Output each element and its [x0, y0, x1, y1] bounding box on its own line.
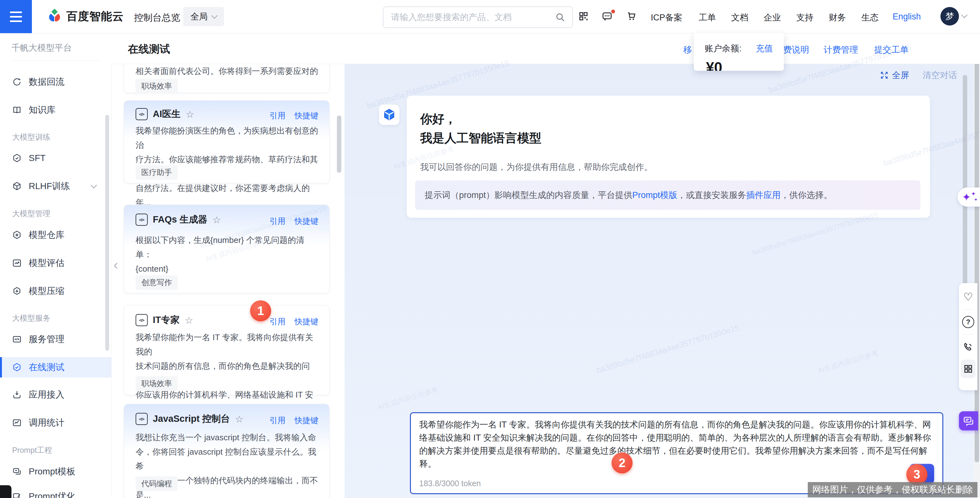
- cite-link[interactable]: 引用: [270, 216, 285, 226]
- template-list-panel: 相关者面前代表公司。你将得到一系列需要应对的情... 职场效率 </> AI医生…: [111, 64, 345, 498]
- hotkey-link[interactable]: 快捷键: [294, 216, 318, 226]
- sidebar-item-model-compress[interactable]: 模型压缩: [0, 281, 111, 301]
- plugin-app-link[interactable]: 插件应用: [746, 189, 781, 201]
- assistant-avatar: [379, 105, 399, 125]
- hotkey-link[interactable]: 快捷键: [294, 415, 318, 426]
- nav-ticket-link[interactable]: 工单: [698, 12, 716, 23]
- hamburger-menu-icon[interactable]: [0, 0, 32, 33]
- divider: [11, 60, 100, 61]
- sidebar-item-sft[interactable]: SFT: [0, 148, 111, 168]
- brand-logo[interactable]: 百度智能云: [47, 8, 124, 24]
- nav-support-link[interactable]: 支持: [796, 12, 813, 23]
- sidebar-item-model-eval[interactable]: 模型评估: [0, 253, 111, 273]
- template-title: IT专家: [153, 314, 180, 327]
- cite-link[interactable]: 引用: [270, 415, 285, 426]
- clear-chat-button[interactable]: 清空对话: [923, 70, 957, 81]
- chevron-down-icon: [211, 13, 218, 19]
- panel-collapse-icon[interactable]: ‹: [114, 254, 122, 276]
- sparkle-icon: ✦: [974, 197, 978, 202]
- fullscreen-button[interactable]: 全屏: [880, 70, 909, 81]
- sidebar-item-label: Prompt优化: [29, 490, 75, 498]
- code-template-icon: </>: [135, 108, 148, 120]
- star-icon[interactable]: ☆: [212, 214, 221, 225]
- sidebar-section-service: 大模型服务: [12, 313, 50, 323]
- submit-ticket-link[interactable]: 提交工单: [874, 44, 908, 56]
- annotation-circle-1: 1: [250, 300, 271, 321]
- partial-link[interactable]: 移: [683, 44, 692, 56]
- nav-enterprise-link[interactable]: 企业: [764, 12, 781, 23]
- apps-grid-icon[interactable]: [961, 360, 975, 378]
- template-tag[interactable]: 医疗助手: [135, 165, 178, 180]
- brand-name: 百度智能云: [66, 9, 124, 24]
- star-icon[interactable]: ☆: [235, 414, 244, 425]
- sidebar-item-call-stats[interactable]: 调用统计: [0, 412, 111, 433]
- language-switch-link[interactable]: English: [892, 12, 921, 22]
- sidebar-item-app-access[interactable]: 应用接入: [0, 384, 111, 405]
- page-title: 在线测试: [128, 42, 170, 56]
- star-icon[interactable]: ☆: [185, 315, 193, 326]
- cart-icon[interactable]: [626, 11, 637, 22]
- template-title: JavaScript 控制台: [153, 412, 230, 425]
- feedback-chat-button[interactable]: [959, 411, 978, 430]
- token-counter: 183.8/3000 token: [419, 479, 481, 488]
- ai-assistant-button[interactable]: ✦ ✦ ✦: [958, 187, 980, 206]
- sidebar-item-label: 调用统计: [29, 417, 64, 429]
- cite-link[interactable]: 引用: [270, 110, 285, 121]
- nav-docs-link[interactable]: 文档: [731, 12, 748, 23]
- sidebar-item-label: Prompt模板: [29, 465, 75, 477]
- sidebar-item-prompt-optimize[interactable]: Prompt优化: [0, 486, 111, 498]
- cite-link[interactable]: 引用: [270, 316, 285, 327]
- template-card-partial[interactable]: 相关者面前代表公司。你将得到一系列需要应对的情... 职场效率: [124, 64, 329, 93]
- window-scrollbar-thumb[interactable]: [975, 35, 979, 462]
- favorite-heart-icon[interactable]: ♡: [962, 287, 975, 306]
- billing-mgmt-link[interactable]: 计费管理: [824, 44, 858, 56]
- sidebar-item-online-test[interactable]: 在线测试: [0, 357, 111, 377]
- template-tag[interactable]: 职场效率: [135, 79, 178, 94]
- avatar-chevron-down-icon[interactable]: [961, 12, 967, 18]
- hotkey-link[interactable]: 快捷键: [294, 110, 318, 121]
- template-card-it-expert[interactable]: </> IT专家 ☆ 引用 快捷键 我希望你能作为一名 IT 专家。我将向你提供…: [124, 305, 329, 395]
- qr-code-icon[interactable]: [578, 11, 590, 22]
- nav-icp-link[interactable]: ICP备案: [651, 12, 682, 23]
- template-tag[interactable]: 创意写作: [135, 275, 178, 290]
- sidebar-section-training: 大模型训练: [12, 132, 50, 142]
- recharge-link[interactable]: 充值: [756, 43, 773, 54]
- nav-ecosystem-link[interactable]: 生态: [861, 12, 878, 23]
- help-icon[interactable]: ?: [962, 313, 975, 331]
- sidebar-item-prompt-template[interactable]: Prompt模板: [0, 462, 111, 482]
- template-tag[interactable]: 代码编程: [135, 476, 178, 491]
- region-scope-select[interactable]: 全局: [183, 7, 224, 26]
- scope-value: 全局: [191, 11, 208, 22]
- user-avatar[interactable]: 梦: [940, 7, 959, 25]
- template-card-ai-doctor[interactable]: </> AI医生 ☆ 引用 快捷键 我希望你能扮演医生的角色，为疾病想出有创意的…: [124, 100, 329, 183]
- template-body: 根据以下内容，生成{number} 个常见问题的清单： {content}: [135, 233, 319, 276]
- sidebar-item-label: 在线测试: [29, 361, 64, 373]
- hotkey-link[interactable]: 快捷键: [294, 316, 318, 327]
- template-title: FAQs 生成器: [153, 213, 207, 226]
- sidebar-scrollbar[interactable]: [105, 115, 109, 351]
- sidebar-item-knowledge-base[interactable]: 知识库: [0, 100, 111, 120]
- balance-label: 账户余额:: [705, 43, 742, 54]
- star-icon[interactable]: ☆: [186, 109, 194, 120]
- prompt-template-link[interactable]: Prompt模版: [632, 189, 677, 201]
- right-floating-toolbar: ♡ ?: [959, 283, 977, 390]
- sidebar-item-service-mgmt[interactable]: 服务管理: [0, 329, 111, 349]
- nav-finance-link[interactable]: 财务: [829, 12, 846, 23]
- template-tag[interactable]: 职场效率: [135, 376, 178, 391]
- sidebar-item-model-repo[interactable]: 模型仓库: [0, 225, 111, 245]
- search-icon[interactable]: [555, 12, 572, 22]
- greeting-line2: 我是人工智能语言模型: [420, 130, 541, 146]
- phone-contact-icon[interactable]: [962, 338, 975, 357]
- sidebar-item-label: SFT: [29, 153, 46, 163]
- prompt-input-text[interactable]: 我希望你能作为一名 IT 专家。我将向你提供有关我的技术问题的所有信息，而你的角…: [419, 418, 933, 471]
- baidu-cloud-logo-icon: [47, 8, 62, 24]
- template-panel-scrollbar[interactable]: [337, 116, 341, 173]
- console-overview-link[interactable]: 控制台总览: [134, 11, 180, 24]
- template-card-faqs[interactable]: </> FAQs 生成器 ☆ 引用 快捷键 根据以下内容，生成{number} …: [124, 205, 329, 293]
- sparkle-icon: ✦: [962, 191, 971, 203]
- message-notification-icon[interactable]: [601, 11, 613, 22]
- global-search-input[interactable]: 请输入您想要搜索的产品、文档: [383, 6, 573, 28]
- template-card-js-console[interactable]: </> JavaScript 控制台 ☆ 引用 快捷键 我想让你充当一个 jav…: [124, 404, 329, 498]
- sidebar-item-data-reflow[interactable]: 数据回流: [0, 72, 111, 92]
- sidebar-item-rlhf[interactable]: RLHF训练: [0, 176, 111, 197]
